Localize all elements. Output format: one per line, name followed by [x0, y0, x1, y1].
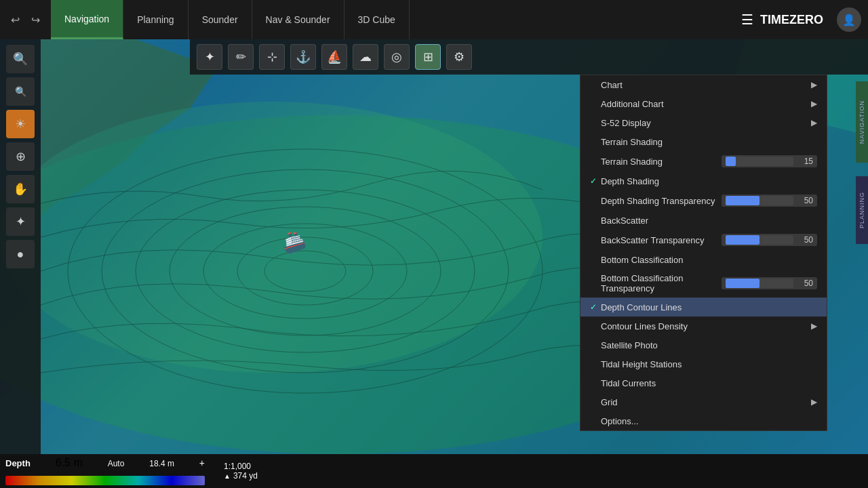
backscatter-transparency-slider[interactable] — [726, 235, 793, 245]
hamburger-icon: ☰ — [741, 12, 753, 28]
distance-value: ▲ 374 yd — [224, 471, 258, 481]
menu-label: Depth Contour Lines — [601, 302, 817, 312]
compass-arrow: ▲ — [224, 472, 231, 480]
toolbar-vessel-button[interactable]: ⛵ — [321, 44, 347, 70]
menu-item-terrain-shading-slider[interactable]: Terrain Shading 15 — [580, 151, 827, 171]
dot-icon: ● — [17, 247, 24, 262]
menu-item-grid[interactable]: Grid ▶ — [580, 392, 827, 411]
toolbar-settings-button[interactable]: ⚙ — [446, 44, 472, 70]
slider-fill — [726, 196, 760, 205]
menu-label: Tidal Height Stations — [601, 359, 817, 369]
depth-max-value: 18.4 m — [149, 459, 174, 468]
hand-tool-button[interactable]: ✋ — [6, 175, 35, 203]
menu-label: Additional Chart — [601, 99, 811, 109]
left-tools-sidebar: 🔍 🔍 ☀ ⊕ ✋ ✦ ● — [0, 39, 41, 488]
hand-icon: ✋ — [13, 182, 28, 197]
tab-3d-cube[interactable]: 3D Cube — [344, 0, 410, 39]
terrain-shading-slider-container[interactable]: 15 — [722, 155, 817, 167]
toolbar-sonar-button[interactable]: ◎ — [384, 44, 410, 70]
terrain-shading-slider[interactable] — [726, 157, 793, 166]
menu-item-options[interactable]: Options... — [580, 411, 827, 430]
tab-sounder[interactable]: Sounder — [189, 0, 252, 39]
status-bar: Depth 6.5 m Auto 18.4 m + 1:1,000 ▲ 374 … — [0, 454, 868, 488]
toolbar-anchor-button[interactable]: ⚓ — [290, 44, 316, 70]
crosshair-button[interactable]: ⊕ — [6, 142, 35, 171]
zoom-out-button[interactable]: 🔍 — [6, 77, 35, 106]
zoom-in-button[interactable]: 🔍 — [6, 45, 35, 73]
sonar-icon: ◎ — [391, 49, 402, 64]
bottom-class-transparency-slider-container[interactable]: 50 — [722, 277, 817, 289]
layer-dropdown-menu: Chart ▶ Additional Chart ▶ S-52 Display … — [580, 75, 827, 431]
toolbar-pencil-button[interactable]: ✏ — [228, 44, 254, 70]
hamburger-menu[interactable]: ☰ — [734, 12, 760, 28]
scale-display: 1:1,000 ▲ 374 yd — [210, 462, 271, 481]
menu-item-tidal-height-stations[interactable]: Tidal Height Stations — [580, 354, 827, 373]
menu-label: Tidal Currents — [601, 378, 817, 388]
compass-icon: ✦ — [205, 49, 215, 64]
menu-item-additional-chart[interactable]: Additional Chart ▶ — [580, 94, 827, 113]
dot-tool-button[interactable]: ● — [6, 240, 35, 268]
gear-icon: ⚙ — [454, 49, 465, 64]
menu-label: Bottom Classification — [601, 255, 817, 265]
checkmark-icon: ✓ — [590, 302, 601, 312]
tab-planning[interactable]: Planning — [123, 0, 189, 39]
app-logo: TIMEZERO — [760, 13, 837, 27]
menu-label: Chart — [601, 80, 811, 90]
toolbar-compass-button[interactable]: ✦ — [197, 44, 222, 70]
menu-item-bottom-classification-transparency[interactable]: Bottom Classification Transparency 50 — [580, 269, 827, 298]
sun-button[interactable]: ☀ — [6, 110, 35, 138]
slider-value: 50 — [796, 279, 813, 288]
menu-item-s52-display[interactable]: S-52 Display ▶ — [580, 113, 827, 132]
user-avatar[interactable]: 👤 — [837, 7, 861, 32]
submenu-arrow-icon: ▶ — [811, 397, 817, 407]
menu-item-tidal-currents[interactable]: Tidal Currents — [580, 373, 827, 392]
redo-button[interactable]: ↪ — [27, 11, 44, 29]
cursor-icon: ⊹ — [267, 49, 277, 64]
slider-fill — [726, 157, 736, 166]
submenu-arrow-icon: ▶ — [811, 99, 817, 108]
user-icon-symbol: 👤 — [842, 14, 856, 26]
navigation-right-sidebar[interactable]: NAVIGATION — [856, 81, 868, 163]
depth-plus-icon[interactable]: + — [199, 458, 205, 468]
menu-label: Contour Lines Density — [601, 321, 811, 331]
menu-item-depth-shading[interactable]: ✓ Depth Shading — [580, 171, 827, 190]
depth-shading-transparency-slider[interactable] — [726, 196, 793, 205]
menu-label: Options... — [601, 416, 817, 426]
tab-nav-sounder[interactable]: Nav & Sounder — [252, 0, 344, 39]
depth-info: Depth 6.5 m Auto 18.4 m + — [5, 457, 205, 469]
undo-button[interactable]: ↩ — [7, 11, 24, 29]
menu-item-depth-contour-lines[interactable]: ✓ Depth Contour Lines — [580, 298, 827, 317]
toolbar-cursor-button[interactable]: ⊹ — [259, 44, 285, 70]
brush-tool-button[interactable]: ✦ — [6, 207, 35, 236]
main-toolbar: ✦ ✏ ⊹ ⚓ ⛵ ☁ ◎ ⊞ ⚙ — [190, 39, 868, 75]
menu-label: BackScatter Transparency — [601, 235, 722, 245]
menu-item-satellite-photo[interactable]: Satellite Photo — [580, 336, 827, 354]
slider-value: 50 — [796, 196, 813, 205]
planning-right-sidebar[interactable]: PLANNING — [856, 176, 868, 244]
menu-item-terrain-shading-header[interactable]: Terrain Shading — [580, 132, 827, 151]
menu-item-contour-lines-density[interactable]: Contour Lines Density ▶ — [580, 317, 827, 336]
pencil-icon: ✏ — [236, 49, 246, 64]
top-navigation-bar: ↩ ↪ Navigation Planning Sounder Nav & So… — [0, 0, 868, 39]
submenu-arrow-icon: ▶ — [811, 118, 817, 127]
submenu-arrow-icon: ▶ — [811, 321, 817, 331]
menu-item-depth-shading-transparency[interactable]: Depth Shading Transparency 50 — [580, 190, 827, 211]
tab-navigation[interactable]: Navigation — [51, 0, 123, 39]
menu-item-chart[interactable]: Chart ▶ — [580, 75, 827, 94]
planning-sidebar-label: PLANNING — [859, 192, 865, 228]
menu-label: BackScatter — [601, 216, 817, 226]
menu-item-bottom-classification[interactable]: Bottom Classification — [580, 250, 827, 269]
toolbar-cloud-button[interactable]: ☁ — [353, 44, 378, 70]
depth-mode: Auto — [108, 459, 125, 468]
undo-redo-controls: ↩ ↪ — [0, 11, 51, 29]
depth-label: Depth — [5, 458, 31, 468]
menu-item-backscatter[interactable]: BackScatter — [580, 211, 827, 230]
submenu-arrow-icon: ▶ — [811, 80, 817, 89]
bottom-class-transparency-slider[interactable] — [726, 279, 793, 288]
slider-value: 50 — [796, 235, 813, 245]
slider-value: 15 — [796, 157, 813, 166]
menu-item-backscatter-transparency[interactable]: BackScatter Transparency 50 — [580, 230, 827, 250]
depth-shading-transparency-slider-container[interactable]: 50 — [722, 195, 817, 207]
toolbar-grid-button[interactable]: ⊞ — [415, 44, 441, 70]
backscatter-transparency-slider-container[interactable]: 50 — [722, 234, 817, 246]
